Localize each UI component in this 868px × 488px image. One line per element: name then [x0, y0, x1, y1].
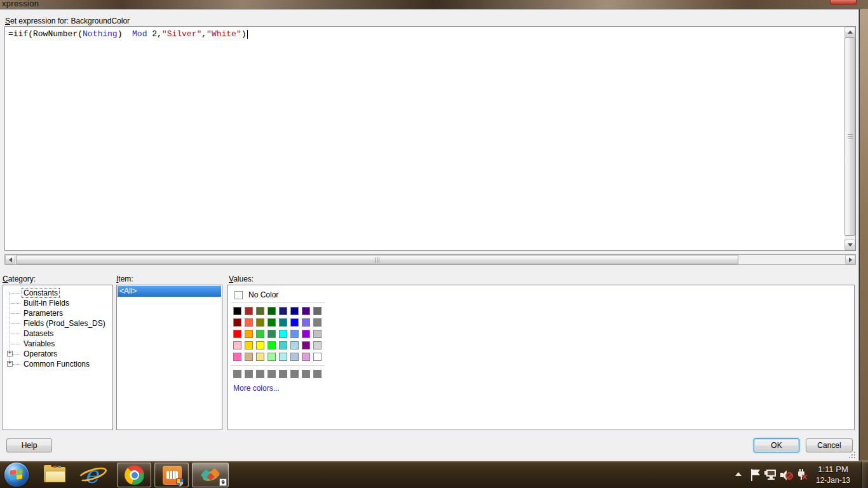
expression-editor[interactable]: =iif(RowNumber(Nothing) Mod 2,"Silver","…	[4, 26, 856, 251]
taskbar-item-internet-explorer[interactable]: e	[76, 463, 109, 487]
screen: xpression Set expression for: Background…	[0, 0, 868, 488]
category-listbox[interactable]: ConstantsBuilt-in FieldsParametersFields…	[3, 285, 113, 430]
color-swatch[interactable]	[302, 307, 310, 315]
color-swatch[interactable]	[279, 307, 287, 315]
category-item-built-in-fields[interactable]: Built-in Fields	[3, 298, 112, 308]
color-swatch[interactable]	[256, 341, 264, 349]
color-swatch[interactable]	[268, 353, 276, 361]
show-hidden-icons-button[interactable]	[735, 472, 742, 476]
color-swatch[interactable]	[302, 330, 310, 338]
color-swatch[interactable]	[279, 330, 287, 338]
resize-grip[interactable]	[847, 450, 855, 458]
scroll-up-button[interactable]	[844, 27, 855, 37]
color-swatch[interactable]	[256, 330, 264, 338]
power-icon[interactable]: ✕	[796, 469, 808, 482]
color-swatch[interactable]	[290, 318, 299, 327]
color-swatch[interactable]	[245, 353, 253, 361]
expression-text[interactable]: =iif(RowNumber(Nothing) Mod 2,"Silver","…	[8, 29, 248, 39]
taskbar-item-chrome[interactable]	[117, 463, 151, 487]
color-swatch[interactable]	[279, 341, 287, 349]
scroll-left-button[interactable]	[5, 255, 15, 264]
expand-plus-icon[interactable]: +	[7, 351, 13, 356]
color-swatch[interactable]	[290, 353, 299, 361]
color-swatch[interactable]	[302, 353, 310, 361]
color-swatch[interactable]	[302, 341, 310, 349]
clock[interactable]: 1:11 PM 12-Jan-13	[811, 464, 855, 487]
color-swatch[interactable]	[256, 353, 264, 361]
color-swatch[interactable]	[245, 318, 253, 327]
color-swatch[interactable]	[245, 341, 253, 349]
horizontal-scrollbar[interactable]	[4, 254, 856, 265]
custom-color-swatch[interactable]	[279, 370, 287, 378]
color-swatch[interactable]	[233, 341, 241, 349]
chrome-icon	[125, 465, 144, 485]
divider	[231, 302, 325, 303]
color-swatch[interactable]	[256, 307, 264, 315]
category-item-label: Parameters	[22, 309, 64, 318]
taskbar-item-app[interactable]	[154, 463, 189, 487]
category-item-datasets[interactable]: Datasets	[3, 329, 112, 339]
color-swatch[interactable]	[290, 330, 299, 338]
ok-button[interactable]: OK	[754, 438, 799, 452]
color-swatch[interactable]	[268, 341, 276, 349]
scroll-down-button[interactable]	[844, 240, 855, 250]
vertical-scrollbar-thumb[interactable]	[844, 37, 855, 236]
custom-color-swatch[interactable]	[302, 370, 310, 378]
color-swatch[interactable]	[233, 318, 241, 327]
network-icon[interactable]	[764, 470, 778, 481]
color-swatch[interactable]	[302, 318, 310, 327]
color-swatch[interactable]	[245, 330, 253, 338]
color-swatch[interactable]	[268, 318, 276, 327]
values-label: Values:	[229, 274, 254, 283]
tree-connector	[10, 293, 20, 294]
custom-color-swatch[interactable]	[290, 370, 299, 378]
close-button[interactable]	[830, 0, 857, 4]
item-listbox[interactable]: <All>	[116, 285, 222, 430]
color-swatch[interactable]	[256, 318, 264, 327]
no-color-row[interactable]: No Color	[234, 290, 278, 299]
color-swatch[interactable]	[233, 330, 241, 338]
category-item-variables[interactable]: Variables	[3, 339, 112, 349]
color-swatch[interactable]	[233, 307, 241, 315]
item-label: Item:	[116, 274, 133, 283]
expand-plus-icon[interactable]: +	[7, 361, 13, 367]
more-colors-link[interactable]: More colors...	[233, 384, 280, 393]
category-item-operators[interactable]: +Operators	[3, 349, 112, 359]
color-swatch[interactable]	[233, 353, 241, 361]
color-swatch[interactable]	[313, 318, 322, 327]
cancel-button[interactable]: Cancel	[806, 438, 853, 452]
category-item-common-functions[interactable]: +Common Functions	[3, 359, 112, 369]
color-swatch[interactable]	[313, 307, 322, 315]
color-swatch[interactable]	[268, 330, 276, 338]
custom-color-swatch[interactable]	[245, 370, 253, 378]
item-list-entry[interactable]: <All>	[118, 286, 221, 297]
start-button[interactable]	[4, 463, 29, 487]
taskbar-item-explorer[interactable]	[38, 463, 71, 487]
show-desktop-button[interactable]	[861, 461, 868, 488]
category-item-fields-prod-sales-ds[interactable]: Fields (Prod_Sales_DS)	[3, 318, 112, 329]
color-swatch[interactable]	[313, 341, 322, 349]
vertical-scrollbar[interactable]	[844, 27, 855, 250]
custom-color-swatch[interactable]	[268, 370, 276, 378]
action-center-icon[interactable]	[750, 469, 761, 482]
help-button[interactable]: Help	[6, 438, 52, 452]
custom-color-swatch[interactable]	[256, 370, 264, 378]
color-swatch[interactable]	[313, 353, 322, 361]
horizontal-scrollbar-thumb[interactable]	[16, 255, 738, 264]
color-swatch[interactable]	[290, 341, 299, 349]
color-swatch[interactable]	[290, 307, 299, 315]
volume-muted-icon[interactable]	[780, 469, 794, 482]
color-swatch[interactable]	[268, 307, 276, 315]
taskbar-item-visual-studio[interactable]: 9	[192, 463, 229, 487]
category-item-constants[interactable]: Constants	[3, 288, 112, 298]
no-color-checkbox[interactable]	[234, 291, 243, 299]
set-expression-label: Set expression for: BackgroundColor	[5, 17, 130, 25]
scroll-right-button[interactable]	[845, 255, 855, 264]
color-swatch[interactable]	[279, 353, 287, 361]
custom-color-swatch[interactable]	[313, 370, 322, 378]
color-swatch[interactable]	[279, 318, 287, 327]
color-swatch[interactable]	[313, 330, 322, 338]
custom-color-swatch[interactable]	[233, 370, 241, 378]
color-swatch[interactable]	[245, 307, 253, 315]
category-item-parameters[interactable]: Parameters	[3, 308, 112, 318]
